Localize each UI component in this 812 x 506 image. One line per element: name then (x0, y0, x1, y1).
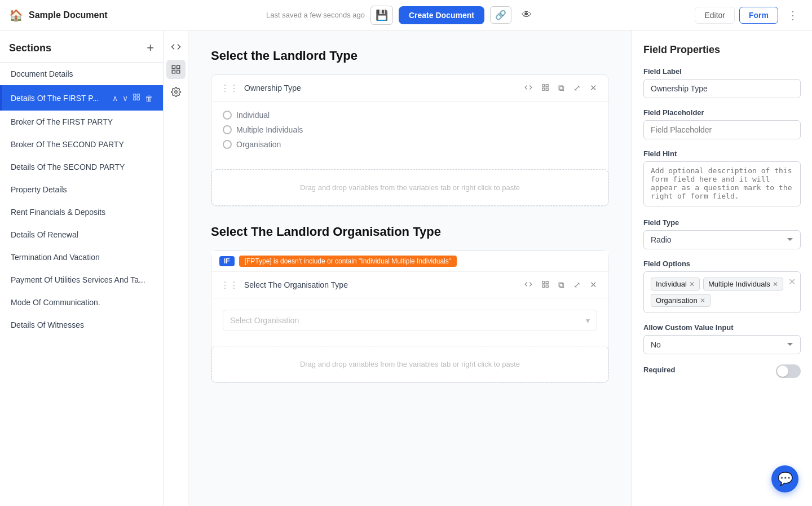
sidebar-item-label: Property Details (11, 185, 67, 194)
section2-title: Select The Landlord Organisation Type (211, 225, 609, 239)
resize-action-btn-2[interactable]: ⤢ (571, 279, 583, 291)
save-status: Last saved a few seconds ago (266, 11, 365, 19)
delete-action-btn-1[interactable]: ✕ (588, 82, 599, 94)
sidebar-item-document-details[interactable]: Document Details (0, 63, 163, 85)
svg-rect-16 (546, 285, 548, 287)
chat-bubble-button[interactable]: 💬 (771, 465, 798, 492)
field-label-input[interactable] (643, 79, 801, 98)
sidebar-item-details-renewal[interactable]: Details Of Renewal (0, 223, 163, 246)
svg-rect-12 (546, 88, 548, 90)
sidebar-item-details-second-party[interactable]: Details Of The SECOND PARTY (0, 156, 163, 178)
allow-custom-group: Allow Custom Value Input No Yes (643, 323, 801, 354)
field-placeholder-group: Field Placeholder (643, 108, 801, 139)
item-delete-button[interactable]: 🗑 (144, 93, 154, 104)
org-select[interactable]: Select Organisation ▾ (223, 310, 597, 331)
item-controls: ∧ ∨ 🗑 (111, 92, 154, 104)
field-placeholder-input[interactable] (643, 120, 801, 139)
remove-organisation-btn[interactable]: ✕ (700, 297, 705, 305)
ownership-type-label: Ownership Type (244, 83, 301, 93)
grid-icon-button[interactable] (166, 60, 186, 79)
svg-rect-13 (542, 281, 545, 283)
allow-custom-select[interactable]: No Yes (643, 335, 801, 354)
sidebar-item-label: Details Of Witnesses (11, 320, 84, 329)
tab-form[interactable]: Form (739, 7, 778, 24)
svg-rect-15 (542, 285, 545, 287)
create-document-button[interactable]: Create Document (399, 6, 484, 24)
header-center: Last saved a few seconds ago 💾 Create Do… (266, 6, 536, 25)
grid-action-btn-2[interactable] (539, 279, 551, 291)
link-button[interactable]: 🔗 (490, 6, 511, 24)
field-hint-heading: Field Hint (643, 149, 801, 158)
sidebar-item-payment-utilities[interactable]: Payment Of Utilities Services And Ta... (0, 269, 163, 291)
svg-rect-14 (546, 281, 548, 283)
code-icon-button[interactable] (166, 37, 186, 56)
sidebar-item-broker-second-party[interactable]: Broker Of The SECOND PARTY (0, 133, 163, 156)
field-hint-group: Field Hint (643, 149, 801, 208)
svg-rect-3 (137, 98, 139, 100)
options-container: Individual ✕ Multiple Individuals ✕ Orga… (643, 271, 801, 313)
field-options-group: Field Options Individual ✕ Multiple Indi… (643, 259, 801, 313)
required-heading: Required (643, 366, 675, 374)
delete-action-btn-2[interactable]: ✕ (588, 279, 599, 291)
field-type-group: Field Type Radio Text Dropdown Checkbox (643, 218, 801, 249)
required-toggle[interactable] (776, 364, 801, 378)
sidebar-item-label: Mode Of Communication. (11, 298, 100, 307)
radio-multiple: Multiple Individuals (223, 125, 597, 134)
tab-editor[interactable]: Editor (695, 7, 735, 24)
field-placeholder-heading: Field Placeholder (643, 108, 801, 117)
main-content: Select the Landlord Type ⋮⋮ Ownership Ty… (188, 30, 632, 506)
field-label-1: ⋮⋮ Ownership Type (220, 83, 301, 94)
condition-bar: IF [FPType] is doesn't include or contai… (211, 251, 608, 272)
grid-action-btn-1[interactable] (539, 82, 551, 94)
more-options-button[interactable]: ⋮ (783, 6, 803, 24)
copy-action-btn-2[interactable]: ⧉ (556, 279, 567, 291)
drop-zone-1: Drag and drop variables from the variabl… (211, 169, 608, 206)
field-card-actions-1: ⧉ ⤢ ✕ (522, 82, 599, 94)
sidebar-item-termination-vacation[interactable]: Termination And Vacation (0, 246, 163, 269)
sidebar-item-details-witnesses[interactable]: Details Of Witnesses (0, 314, 163, 336)
clear-all-options-button[interactable]: ✕ (788, 276, 796, 287)
svg-rect-9 (542, 84, 545, 86)
field-type-heading: Field Type (643, 218, 801, 227)
settings-icon-button[interactable] (166, 82, 186, 102)
svg-point-8 (174, 91, 177, 94)
chevron-down-icon: ▾ (586, 316, 590, 325)
move-down-button[interactable]: ∨ (121, 93, 129, 104)
code-action-btn-1[interactable] (522, 82, 535, 94)
field-type-select[interactable]: Radio Text Dropdown Checkbox (643, 230, 801, 249)
sidebar-item-details-first-party[interactable]: Details Of The FIRST P... ∧ ∨ 🗑 (0, 85, 163, 111)
header: 🏠 Sample Document Last saved a few secon… (0, 0, 812, 30)
preview-button[interactable]: 👁 (517, 6, 536, 24)
sidebar-item-broker-first-party[interactable]: Broker Of The FIRST PARTY (0, 111, 163, 133)
svg-rect-4 (172, 65, 175, 68)
radio-circle-2[interactable] (223, 125, 232, 134)
remove-individual-btn[interactable]: ✕ (689, 280, 695, 288)
sidebar-title: Sections (9, 42, 51, 54)
field-card-body-2: Select Organisation ▾ (211, 298, 608, 340)
sidebar-item-property-details[interactable]: Property Details (0, 178, 163, 201)
copy-action-btn-1[interactable]: ⧉ (556, 82, 567, 94)
sidebar-item-label: Document Details (11, 69, 73, 78)
radio-individual: Individual (223, 111, 597, 120)
remove-multiple-btn[interactable]: ✕ (773, 280, 778, 288)
item-grid-button[interactable] (131, 92, 142, 104)
radio-circle-3[interactable] (223, 140, 232, 149)
sidebar: Sections + Document Details Details Of T… (0, 30, 164, 506)
sidebar-item-mode-communication[interactable]: Mode Of Communication. (0, 291, 163, 314)
if-badge: IF (219, 256, 235, 266)
move-up-button[interactable]: ∧ (111, 93, 119, 104)
field-options-heading: Field Options (643, 259, 801, 268)
document-title: Sample Document (29, 10, 108, 20)
drag-handle-1[interactable]: ⋮⋮ (220, 83, 239, 94)
code-action-btn-2[interactable] (522, 279, 535, 291)
add-section-button[interactable]: + (147, 41, 154, 55)
resize-action-btn-1[interactable]: ⤢ (571, 82, 583, 94)
sidebar-item-rent-financials[interactable]: Rent Financials & Deposits (0, 201, 163, 223)
drag-handle-2[interactable]: ⋮⋮ (220, 280, 239, 291)
header-left: 🏠 Sample Document (9, 8, 108, 22)
radio-circle-1[interactable] (223, 111, 232, 120)
required-group: Required (643, 364, 801, 378)
required-toggle-container: Required (643, 364, 801, 378)
field-hint-textarea[interactable] (643, 161, 801, 206)
save-icon-button[interactable]: 💾 (370, 6, 393, 25)
